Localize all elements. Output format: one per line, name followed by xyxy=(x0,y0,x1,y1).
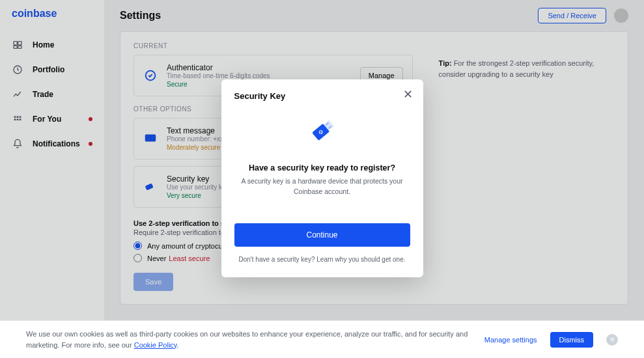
dismiss-button[interactable]: Dismiss xyxy=(550,332,594,348)
continue-button[interactable]: Continue xyxy=(234,223,410,247)
modal-footnote[interactable]: Don't have a security key? Learn why you… xyxy=(234,256,410,263)
modal-heading: Have a security key ready to register? xyxy=(234,163,410,172)
close-icon[interactable]: ✕ xyxy=(403,89,413,100)
cookie-bar: We use our own cookies as well as third-… xyxy=(0,320,644,358)
modal-subtext: A security key is a hardware device that… xyxy=(234,176,410,197)
modal-overlay[interactable]: ✕ Security Key Have a security key ready… xyxy=(0,0,644,358)
modal-title: Security Key xyxy=(234,91,410,101)
cookie-policy-link[interactable]: Cookie Policy xyxy=(134,341,177,349)
security-key-modal: ✕ Security Key Have a security key ready… xyxy=(221,79,423,277)
cookie-text: We use our own cookies as well as third-… xyxy=(26,329,471,350)
manage-settings-button[interactable]: Manage settings xyxy=(484,336,537,344)
usb-key-icon xyxy=(234,113,410,149)
close-cookie-icon[interactable]: ✕ xyxy=(606,334,618,346)
